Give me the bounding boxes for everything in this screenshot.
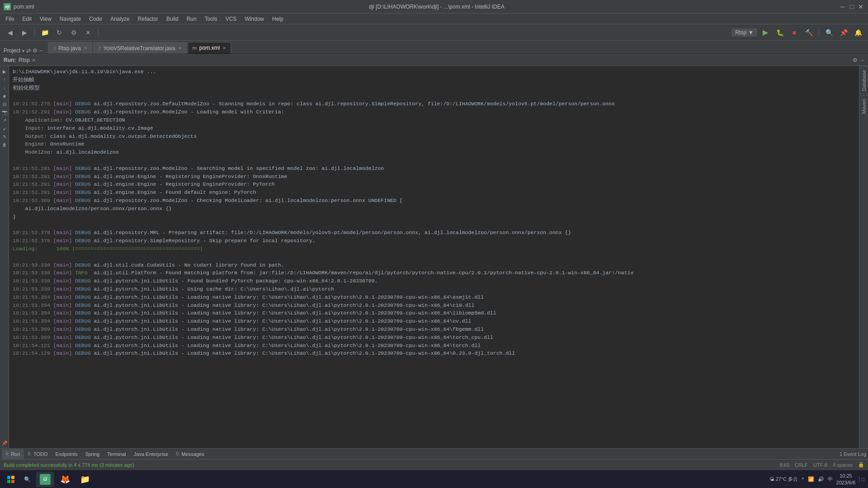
menu-edit[interactable]: Edit (19, 15, 35, 23)
taskbar-chevron[interactable]: ^ (802, 477, 804, 482)
console-line: 10:21:53.354 [main] DEBUG ai.djl.pytorch… (13, 317, 855, 325)
taskbar-volume: 🔊 (818, 476, 824, 482)
bottom-tab-java-enterprise[interactable]: Java Enterprise (130, 449, 172, 459)
maximize-button[interactable]: □ (848, 3, 855, 10)
sidebar-icon-2[interactable]: ↑ (1, 76, 8, 83)
tab-rtsp-close[interactable]: ✕ (84, 46, 87, 51)
console-line: ] (13, 213, 855, 221)
run-label: Run: (4, 57, 16, 63)
console-line: 10:21:52.275 [main] DEBUG ai.djl.reposit… (13, 100, 855, 108)
menu-analyze[interactable]: Analyze (107, 15, 133, 23)
minimize-button[interactable]: ─ (839, 3, 846, 10)
console-line: 10:21:53.354 [main] DEBUG ai.djl.pytorch… (13, 293, 855, 301)
file-encoding[interactable]: UTF-8 (813, 462, 827, 468)
bottom-tab-run[interactable]: 4: Run (2, 449, 24, 459)
status-right: 8:60 CRLF UTF-8 4 spaces 🔒 (780, 462, 864, 468)
tab-pom-xml[interactable]: m pom.xml ✕ (188, 42, 231, 54)
taskbar-app-intellij[interactable]: IJ (36, 472, 54, 487)
title-bar-left: djl pom.xml (4, 3, 34, 10)
run-tab-name[interactable]: Rtsp (19, 57, 30, 63)
settings-button[interactable]: ⚙ (67, 26, 80, 39)
menu-file[interactable]: File (2, 15, 18, 23)
menu-tools[interactable]: Tools (201, 15, 221, 23)
sidebar-icon-6[interactable]: 📷 (1, 108, 8, 116)
taskbar-app-firefox[interactable]: 🦊 (56, 472, 74, 487)
tab-rtsp-java[interactable]: J Rtsp.java ✕ (48, 42, 92, 54)
database-panel-tab[interactable]: Database (859, 66, 868, 95)
bottom-tabs-bar: 4: Run 6: TODO Endpoints Spring Terminal… (0, 448, 868, 459)
forward-button[interactable]: ▶ (18, 26, 31, 39)
menu-refactor[interactable]: Refactor (134, 15, 162, 23)
menu-view[interactable]: View (36, 15, 55, 23)
bottom-tab-spring[interactable]: Spring (81, 449, 103, 459)
debug-button[interactable]: 🐛 (774, 26, 786, 39)
sidebar-icon-9[interactable]: ✎ (1, 133, 8, 140)
run-config-selector[interactable]: Rtsp ▼ (731, 28, 757, 37)
bottom-tab-messages[interactable]: 0: Messages (172, 449, 208, 459)
notification-button[interactable]: 🔔 (852, 26, 864, 39)
sidebar-icon-3[interactable]: ↓ (1, 84, 8, 91)
console-line: 10:21:53.338 [main] DEBUG ai.djl.pytorch… (13, 277, 855, 285)
sidebar-icon-1[interactable]: ▶ (1, 68, 8, 75)
bottom-tab-endpoints[interactable]: Endpoints (52, 449, 81, 459)
taskbar-input-method[interactable]: 中 (828, 476, 833, 483)
menu-help[interactable]: Help (269, 15, 287, 23)
java-enterprise-tab-label: Java Enterprise (134, 451, 168, 457)
close-button[interactable]: ✕ (857, 3, 864, 10)
svg-rect-0 (7, 476, 10, 479)
tab-yolo-close[interactable]: ✕ (178, 46, 182, 51)
app-icon: djl (4, 3, 11, 10)
search-everywhere-button[interactable]: 🔍 (823, 26, 835, 39)
stop-button[interactable]: ■ (788, 26, 801, 39)
search-button[interactable]: 🔍 (20, 472, 34, 487)
bottom-tab-terminal[interactable]: Terminal (104, 449, 130, 459)
sidebar-icon-8[interactable]: ↙ (1, 125, 8, 132)
show-desktop-button[interactable]: □ (859, 477, 864, 482)
run-panel-close-icon[interactable]: − (861, 57, 864, 63)
sidebar-icon-10[interactable]: 🗑 (1, 141, 8, 148)
tab-pom-close[interactable]: ✕ (222, 46, 226, 51)
console-line: 10:21:53.369 [main] DEBUG ai.djl.pytorch… (13, 333, 855, 342)
sidebar-pin-icon[interactable]: 📌 (1, 439, 8, 446)
menu-bar: File Edit View Navigate Code Analyze Ref… (0, 14, 868, 24)
menu-window[interactable]: Window (241, 15, 268, 23)
menu-navigate[interactable]: Navigate (56, 15, 85, 23)
menu-vcs[interactable]: VCS (222, 15, 241, 23)
bookmark-button[interactable]: 📌 (837, 26, 850, 39)
menu-code[interactable]: Code (85, 15, 106, 23)
console-line: 10:21:52.378 [main] DEBUG ai.djl.reposit… (13, 237, 855, 245)
indent-setting[interactable]: 4 spaces (833, 462, 853, 468)
bottom-tab-todo[interactable]: 6: TODO (24, 449, 52, 459)
console-line: 10:21:54.121 [main] DEBUG ai.djl.pytorch… (13, 342, 855, 350)
taskbar-app-explorer[interactable]: 📁 (76, 472, 94, 487)
console-line (13, 156, 855, 164)
messages-tab-label: Messages (182, 451, 204, 457)
sidebar-icon-4[interactable]: ■ (1, 92, 8, 99)
start-button[interactable] (4, 472, 18, 487)
lock-icon: 🔒 (858, 462, 864, 468)
sidebar-icon-7[interactable]: ↗ (1, 117, 8, 124)
window-title: djl [D:\LIHAOWORK\work\djl] - ...\pom.xm… (34, 4, 839, 10)
svg-rect-1 (11, 476, 14, 479)
tab-yolo-java[interactable]: J YoloV5RelativeTranslator.java ✕ (93, 42, 187, 54)
run-config-dropdown-icon[interactable]: ▼ (748, 29, 754, 36)
event-log-label[interactable]: 1 Event Log (840, 451, 866, 457)
maven-panel-tab[interactable]: Maven (859, 95, 868, 117)
run-button[interactable]: ▶ (759, 26, 772, 39)
run-settings-icon[interactable]: ⚙ (853, 57, 858, 63)
file-name: pom.xml (14, 4, 34, 10)
console-line: 10:21:53.354 [main] DEBUG ai.djl.pytorch… (13, 309, 855, 317)
sidebar-icon-5[interactable]: ⊟ (1, 100, 8, 108)
menu-build[interactable]: Build (163, 15, 182, 23)
run-tab-close-btn[interactable]: ✕ (32, 57, 36, 63)
back-button[interactable]: ◀ (4, 26, 16, 39)
line-ending[interactable]: CRLF (795, 462, 808, 468)
close-project-button[interactable]: ✕ (82, 26, 94, 39)
sync-button[interactable]: ↻ (53, 26, 66, 39)
cursor-position[interactable]: 8:60 (780, 462, 789, 468)
todo-tab-label: TODO (33, 451, 48, 457)
console-line: 10:21:52.291 [main] DEBUG ai.djl.reposit… (13, 108, 855, 116)
menu-run[interactable]: Run (183, 15, 200, 23)
build-button[interactable]: 🔨 (802, 26, 815, 39)
project-button[interactable]: 📁 (38, 26, 51, 39)
